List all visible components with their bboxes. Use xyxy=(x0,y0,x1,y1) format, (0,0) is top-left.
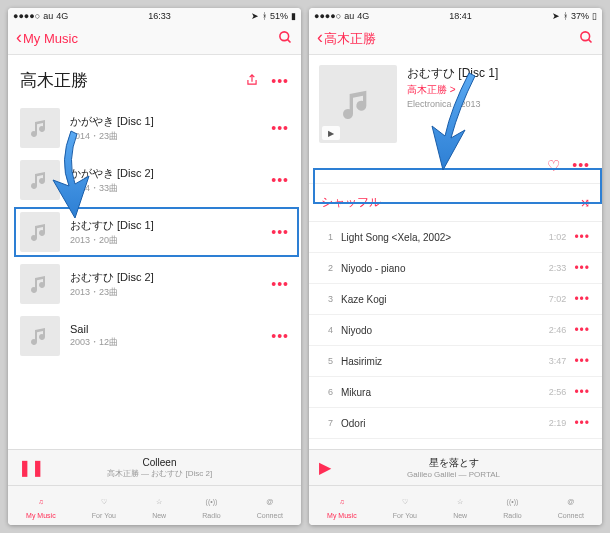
back-button[interactable]: ‹ 高木正勝 xyxy=(317,29,376,48)
album-sub: 2013・23曲 xyxy=(70,286,261,299)
tab-for-you[interactable]: ♡For You xyxy=(393,493,417,519)
heart-icon[interactable]: ♡ xyxy=(547,157,560,175)
bluetooth-icon: ᚼ xyxy=(563,11,568,21)
more-icon[interactable]: ••• xyxy=(574,323,590,337)
album-row[interactable]: かがやき [Disc 1]2014・23曲 ••• xyxy=(8,102,301,154)
search-icon[interactable] xyxy=(278,30,293,47)
album-artist-link[interactable]: 高木正勝 > xyxy=(407,83,592,97)
clock-label: 18:41 xyxy=(449,11,472,21)
track-row[interactable]: 7Odori2:19••• xyxy=(309,408,602,439)
track-row[interactable]: 1Light Song <Xela, 2002>1:02••• xyxy=(309,222,602,253)
carrier-label: au xyxy=(344,11,354,21)
album-art-icon xyxy=(20,108,60,148)
album-title: かがやき [Disc 2] xyxy=(70,166,261,181)
more-icon[interactable]: ••• xyxy=(572,157,590,175)
share-icon[interactable] xyxy=(245,73,259,89)
more-icon[interactable]: ••• xyxy=(271,172,289,188)
album-row[interactable]: おむすひ [Disc 2]2013・23曲 ••• xyxy=(8,258,301,310)
nav-bar: ‹ 高木正勝 xyxy=(309,23,602,55)
album-row[interactable]: かがやき [Disc 2]2014・33曲 ••• xyxy=(8,154,301,206)
more-icon[interactable]: ••• xyxy=(574,354,590,368)
back-label: 高木正勝 xyxy=(324,30,376,48)
np-title: 星を落とす xyxy=(341,456,566,470)
play-icon[interactable]: ▶ xyxy=(319,458,331,477)
battery-icon: ▮ xyxy=(291,11,296,21)
album-row[interactable]: おむすひ [Disc 1]2013・20曲 ••• xyxy=(8,206,301,258)
album-actions: ♡ ••• xyxy=(309,153,602,184)
radio-icon: ((•)) xyxy=(507,493,519,511)
tab-my-music[interactable]: ♫My Music xyxy=(26,493,56,519)
album-meta: Electronica・2013 xyxy=(407,98,592,111)
album-list[interactable]: かがやき [Disc 1]2014・23曲 ••• かがやき [Disc 2]2… xyxy=(8,102,301,449)
track-row[interactable]: 4Niyodo2:46••• xyxy=(309,315,602,346)
track-list[interactable]: 1Light Song <Xela, 2002>1:02••• 2Niyodo … xyxy=(309,222,602,449)
music-note-icon: ♫ xyxy=(339,493,344,511)
more-icon[interactable]: ••• xyxy=(271,224,289,240)
shuffle-icon: ⤨ xyxy=(580,196,590,210)
more-icon[interactable]: ••• xyxy=(574,292,590,306)
track-row[interactable]: 5Hasirimiz3:47••• xyxy=(309,346,602,377)
battery-label: 37% xyxy=(571,11,589,21)
location-icon: ➤ xyxy=(552,11,560,21)
album-title: おむすひ [Disc 2] xyxy=(70,270,261,285)
tab-bar: ♫My Music ♡For You ☆New ((•))Radio @Conn… xyxy=(309,485,602,525)
tab-radio[interactable]: ((•))Radio xyxy=(503,493,521,519)
nav-bar: ‹ My Music xyxy=(8,23,301,55)
more-icon[interactable]: ••• xyxy=(271,73,289,89)
play-icon[interactable]: ▶ xyxy=(322,126,340,140)
network-label: 4G xyxy=(357,11,369,21)
now-playing-bar[interactable]: ▶ 星を落とすGalileo Galilei — PORTAL xyxy=(309,449,602,485)
album-art-large[interactable]: ▶ xyxy=(319,65,397,143)
tab-for-you[interactable]: ♡For You xyxy=(92,493,116,519)
svg-point-0 xyxy=(280,32,289,41)
artist-name: 高木正勝 xyxy=(20,69,88,92)
more-icon[interactable]: ••• xyxy=(271,120,289,136)
more-icon[interactable]: ••• xyxy=(271,276,289,292)
battery-icon: ▯ xyxy=(592,11,597,21)
tab-my-music[interactable]: ♫My Music xyxy=(327,493,357,519)
star-icon: ☆ xyxy=(156,493,162,511)
now-playing-bar[interactable]: ❚❚ Colleen高木正勝 — おむすひ [Disc 2] xyxy=(8,449,301,485)
track-row[interactable]: 6Mikura2:56••• xyxy=(309,377,602,408)
tab-new[interactable]: ☆New xyxy=(152,493,166,519)
track-row[interactable]: 8Garbha3:41••• xyxy=(309,439,602,449)
more-icon[interactable]: ••• xyxy=(574,385,590,399)
shuffle-button[interactable]: シャッフル ⤨ xyxy=(309,184,602,222)
more-icon[interactable]: ••• xyxy=(574,261,590,275)
pause-icon[interactable]: ❚❚ xyxy=(18,458,44,477)
np-sub: Galileo Galilei — PORTAL xyxy=(341,470,566,479)
tab-connect[interactable]: @Connect xyxy=(558,493,584,519)
network-label: 4G xyxy=(56,11,68,21)
tab-new[interactable]: ☆New xyxy=(453,493,467,519)
album-row[interactable]: Sail2003・12曲 ••• xyxy=(8,310,301,362)
music-note-icon: ♫ xyxy=(38,493,43,511)
album-title: かがやき [Disc 1] xyxy=(70,114,261,129)
album-art-icon xyxy=(20,212,60,252)
more-icon[interactable]: ••• xyxy=(574,416,590,430)
tab-bar: ♫My Music ♡For You ☆New ((•))Radio @Conn… xyxy=(8,485,301,525)
more-icon[interactable]: ••• xyxy=(574,230,590,244)
more-icon[interactable]: ••• xyxy=(271,328,289,344)
album-sub: 2013・20曲 xyxy=(70,234,261,247)
chevron-left-icon: ‹ xyxy=(317,27,323,48)
heart-icon: ♡ xyxy=(402,493,408,511)
album-title: おむすひ [Disc 1] xyxy=(70,218,261,233)
signal-dots-icon: ●●●●○ xyxy=(314,11,341,21)
track-row[interactable]: 3Kaze Kogi7:02••• xyxy=(309,284,602,315)
radio-icon: ((•)) xyxy=(206,493,218,511)
album-title: おむすひ [Disc 1] xyxy=(407,65,592,82)
np-title: Colleen xyxy=(54,457,265,468)
album-sub: 2014・23曲 xyxy=(70,130,261,143)
tab-connect[interactable]: @Connect xyxy=(257,493,283,519)
back-button[interactable]: ‹ My Music xyxy=(16,29,78,48)
tab-radio[interactable]: ((•))Radio xyxy=(202,493,220,519)
star-icon: ☆ xyxy=(457,493,463,511)
track-row[interactable]: 2Niyodo - piano2:33••• xyxy=(309,253,602,284)
artist-header: 高木正勝 ••• xyxy=(8,55,301,102)
svg-line-1 xyxy=(287,39,290,42)
at-icon: @ xyxy=(266,493,273,511)
status-bar: ●●●●○ au 4G 16:33 ➤ ᚼ 51% ▮ xyxy=(8,8,301,23)
screen-album-tracks: ●●●●○ au 4G 18:41 ➤ ᚼ 37% ▯ ‹ 高木正勝 ▶ おむす… xyxy=(309,8,602,525)
search-icon[interactable] xyxy=(579,30,594,47)
chevron-left-icon: ‹ xyxy=(16,27,22,48)
